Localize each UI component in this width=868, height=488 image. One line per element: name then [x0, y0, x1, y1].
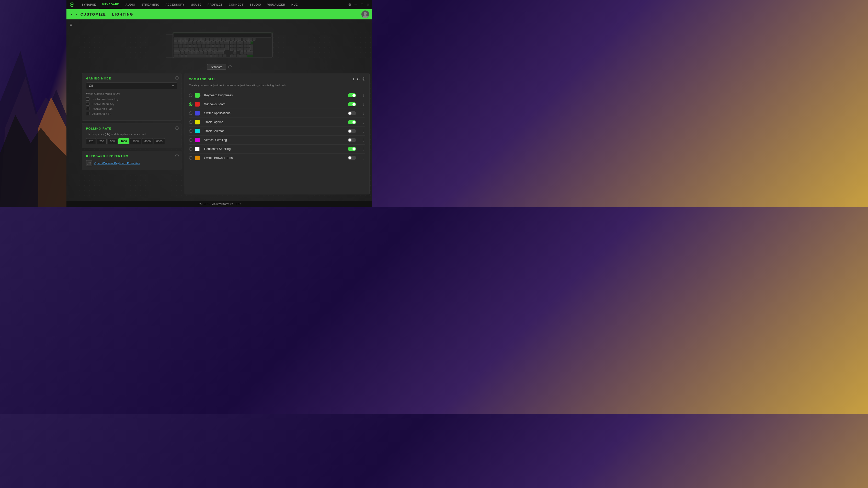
dial-color-switch-browser-tabs[interactable] [195, 156, 199, 160]
nav-accessory[interactable]: ACCESSORY [162, 0, 187, 9]
avatar[interactable] [362, 10, 369, 18]
svg-rect-14 [178, 38, 181, 41]
gaming-mode-info-icon[interactable]: ⓘ [175, 76, 179, 80]
nav-visualizer[interactable]: VISUALIZER [264, 0, 288, 9]
standard-mode-button[interactable]: Standard [207, 64, 226, 70]
dial-toggle-track-selector[interactable] [348, 129, 356, 133]
nav-synapse[interactable]: SYNAPSE [79, 0, 99, 9]
polling-rate-info-icon[interactable]: ⓘ [175, 126, 179, 131]
svg-rect-65 [213, 45, 216, 47]
disable-windows-key-checkbox[interactable] [86, 97, 89, 101]
dial-color-keyboard-brightness[interactable]: ▼ [195, 93, 199, 98]
dial-color-vertical-scrolling[interactable] [195, 138, 199, 142]
drag-handle-track-jogging[interactable]: ⋮⋮ [358, 120, 365, 124]
dial-radio-keyboard-brightness[interactable] [189, 94, 192, 97]
polling-rate-title: POLLING RATE [86, 127, 177, 130]
checkbox-row-alt-tab: Disable Alt + Tab [86, 107, 177, 110]
drag-handle-windows-zoom[interactable]: ⋮⋮ [358, 102, 365, 106]
poll-btn-2000[interactable]: 2000 [130, 138, 141, 144]
add-dial-button[interactable]: + [352, 77, 355, 82]
keyboard-properties-info-icon[interactable]: ⓘ [175, 154, 179, 158]
svg-rect-55 [174, 45, 178, 47]
dial-radio-track-selector[interactable] [189, 129, 192, 133]
panels-container: ⓘ GAMING MODE Off ▼ When Gaming Mode is … [82, 73, 370, 194]
svg-rect-119 [234, 55, 236, 57]
svg-rect-64 [210, 45, 213, 47]
forward-button[interactable]: › [74, 12, 78, 17]
dial-color-windows-zoom[interactable] [195, 102, 199, 106]
svg-rect-25 [222, 38, 225, 41]
maximize-button[interactable]: □ [360, 3, 364, 7]
svg-rect-129 [89, 163, 89, 164]
dial-radio-vertical-scrolling[interactable] [189, 138, 192, 142]
drag-handle-keyboard-brightness[interactable]: ⋮⋮ [358, 93, 365, 97]
dial-label-switch-browser-tabs: Switch Browser Tabs [204, 156, 346, 160]
nav-profiles[interactable]: PROFILES [205, 0, 226, 9]
svg-rect-37 [185, 41, 188, 44]
nav-connect[interactable]: CONNECT [226, 0, 247, 9]
svg-rect-102 [208, 51, 211, 54]
dial-radio-switch-applications[interactable] [189, 111, 192, 115]
minimize-button[interactable]: ─ [354, 3, 358, 7]
dial-toggle-switch-browser-tabs[interactable] [348, 156, 356, 160]
refresh-dial-button[interactable]: ↻ [357, 77, 360, 81]
dial-toggle-vertical-scrolling[interactable] [348, 138, 356, 142]
settings-icon[interactable]: ⚙ [348, 3, 352, 7]
gaming-mode-panel: ⓘ GAMING MODE Off ▼ When Gaming Mode is … [82, 73, 182, 121]
separator: | [108, 12, 110, 17]
dial-toggle-keyboard-brightness[interactable] [348, 93, 356, 97]
when-on-label: When Gaming Mode is On: [86, 92, 177, 95]
open-keyboard-properties-link[interactable]: Open Windows Keyboard Properties [94, 162, 140, 165]
dial-radio-switch-browser-tabs[interactable] [189, 156, 192, 160]
dial-toggle-track-jogging[interactable] [348, 120, 356, 124]
command-dial-panel[interactable]: COMMAND DIAL + ↻ ⓘ Create your own adjus… [185, 73, 370, 194]
dial-color-track-selector[interactable] [195, 129, 199, 133]
drag-handle-horizontal-scrolling[interactable]: ⋮⋮ [358, 147, 365, 151]
poll-btn-1000[interactable]: 1000 [118, 138, 129, 144]
disable-menu-key-checkbox[interactable] [86, 102, 89, 105]
disable-alt-tab-checkbox[interactable] [86, 107, 89, 110]
svg-rect-118 [230, 55, 233, 57]
nav-audio[interactable]: AUDIO [122, 0, 138, 9]
mode-info-icon[interactable]: ⓘ [228, 65, 231, 69]
svg-rect-18 [194, 38, 197, 41]
disable-alt-f4-checkbox[interactable] [86, 112, 89, 115]
dial-toggle-windows-zoom[interactable] [348, 102, 356, 106]
poll-btn-500[interactable]: 500 [107, 138, 117, 144]
dial-radio-windows-zoom[interactable] [189, 102, 192, 106]
svg-rect-116 [219, 55, 222, 57]
back-button[interactable]: ‹ [69, 12, 74, 17]
dial-color-switch-applications[interactable] [195, 111, 199, 116]
dial-color-track-jogging[interactable] [195, 120, 199, 124]
color-arrow-icon: ▼ [199, 94, 201, 97]
drag-handle-track-selector[interactable]: ⋮⋮ [358, 129, 365, 133]
drag-handle-vertical-scrolling[interactable]: ⋮⋮ [358, 138, 365, 142]
nav-studio[interactable]: STUDIO [247, 0, 264, 9]
nav-mouse[interactable]: MOUSE [187, 0, 205, 9]
dial-radio-track-jogging[interactable] [189, 120, 192, 124]
dial-toggle-switch-applications[interactable] [348, 111, 356, 115]
drag-handle-switch-browser-tabs[interactable]: ⋮⋮ [358, 156, 365, 160]
poll-btn-8000[interactable]: 8000 [154, 138, 164, 144]
gaming-mode-dropdown[interactable]: Off ▼ [86, 83, 177, 89]
nav-hue[interactable]: HUE [288, 0, 301, 9]
lighting-label[interactable]: LIGHTING [112, 12, 133, 17]
svg-rect-67 [221, 45, 224, 47]
sub-nav: ‹ › CUSTOMIZE | LIGHTING [66, 9, 372, 20]
command-dial-info-icon[interactable]: ⓘ [362, 77, 365, 82]
dial-radio-horizontal-scrolling[interactable] [189, 147, 192, 151]
menu-icon[interactable]: ≡ [69, 23, 72, 27]
svg-rect-43 [208, 41, 211, 44]
close-button[interactable]: ✕ [366, 3, 370, 7]
svg-rect-49 [234, 41, 236, 44]
drag-handle-switch-applications[interactable]: ⋮⋮ [358, 111, 365, 115]
dial-label-keyboard-brightness: Keyboard Brightness [204, 94, 346, 97]
dial-toggle-horizontal-scrolling[interactable] [348, 147, 356, 151]
poll-btn-250[interactable]: 250 [97, 138, 106, 144]
nav-streaming[interactable]: STREAMING [138, 0, 162, 9]
poll-btn-4000[interactable]: 4000 [142, 138, 153, 144]
dial-color-horizontal-scrolling[interactable] [195, 147, 199, 151]
poll-btn-125[interactable]: 125 [86, 138, 96, 144]
svg-rect-40 [197, 41, 200, 44]
nav-keyboard[interactable]: KEYBOARD [99, 0, 122, 9]
